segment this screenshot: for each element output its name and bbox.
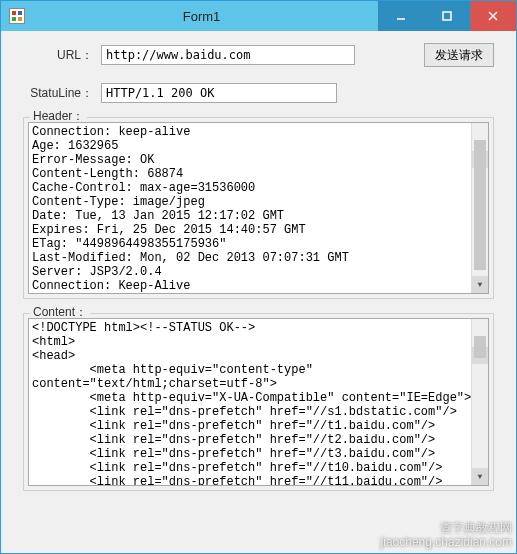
minimize-button[interactable] (378, 1, 424, 31)
scroll-down-icon[interactable]: ▼ (472, 468, 488, 485)
close-icon (488, 11, 498, 21)
url-row: URL： 发送请求 (23, 43, 494, 67)
app-icon (9, 8, 25, 24)
titlebar[interactable]: Form1 (1, 1, 516, 31)
scroll-down-icon[interactable]: ▼ (472, 276, 488, 293)
header-text: Connection: keep-alive Age: 1632965 Erro… (32, 125, 349, 294)
client-area: URL： 发送请求 StatuLine： Header： Connection:… (1, 31, 516, 553)
maximize-button[interactable] (424, 1, 470, 31)
header-group: Header： Connection: keep-alive Age: 1632… (23, 117, 494, 299)
header-scrollbar[interactable]: ▲ ▼ (471, 123, 488, 293)
status-row: StatuLine： (23, 83, 494, 103)
scroll-thumb[interactable] (474, 336, 486, 358)
content-scrollbar[interactable]: ▲ ▼ (471, 319, 488, 485)
status-label: StatuLine： (23, 85, 93, 102)
send-request-button[interactable]: 发送请求 (424, 43, 494, 67)
window-buttons (378, 1, 516, 31)
app-window: Form1 URL： 发送请求 StatuLine： Header： (0, 0, 517, 554)
url-input[interactable] (101, 45, 355, 65)
status-input[interactable] (101, 83, 337, 103)
content-textarea[interactable]: <!DOCTYPE html><!--STATUS OK--> <html> <… (28, 318, 489, 486)
header-textarea[interactable]: Connection: keep-alive Age: 1632965 Erro… (28, 122, 489, 294)
maximize-icon (442, 11, 452, 21)
scroll-thumb[interactable] (474, 140, 486, 270)
window-title: Form1 (25, 9, 378, 24)
content-text: <!DOCTYPE html><!--STATUS OK--> <html> <… (32, 321, 471, 486)
content-group: Content： <!DOCTYPE html><!--STATUS OK-->… (23, 313, 494, 491)
url-label: URL： (23, 47, 93, 64)
minimize-icon (396, 11, 406, 21)
close-button[interactable] (470, 1, 516, 31)
svg-rect-1 (443, 12, 451, 20)
